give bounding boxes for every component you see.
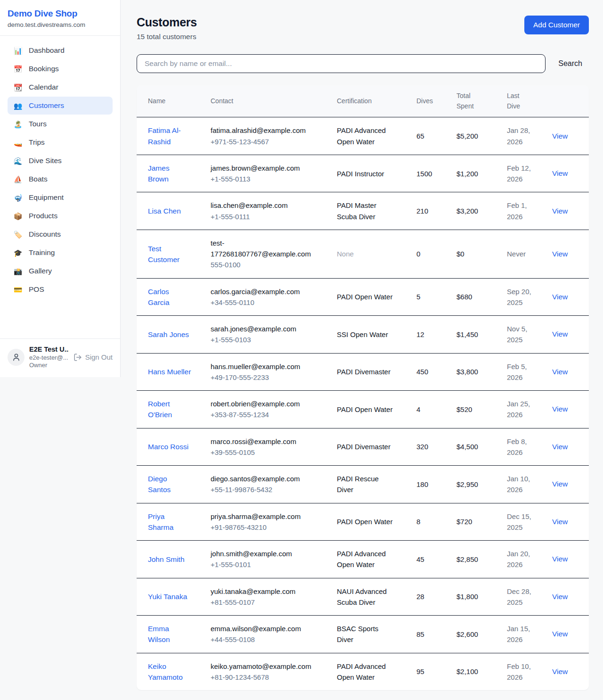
customer-phone: +34-555-0110 (211, 297, 316, 308)
customer-name-link[interactable]: Test Customer (148, 245, 179, 264)
sidebar-item-trips[interactable]: 🚤 Trips (8, 133, 113, 151)
sidebar-item-bookings[interactable]: 📅 Bookings (8, 60, 113, 78)
customer-dives: 210 (411, 192, 451, 230)
sidebar-item-equipment[interactable]: 🤿 Equipment (8, 189, 113, 206)
customer-dives: 85 (411, 616, 451, 653)
customer-contact-cell: robert.obrien@example.com +353-87-555-12… (205, 391, 331, 428)
view-customer-link[interactable]: View (552, 330, 568, 338)
customer-certification: PADI Rescue Diver (331, 466, 411, 503)
customer-dives: 4 (411, 391, 451, 428)
customer-dives: 65 (411, 117, 451, 155)
customer-name-link[interactable]: Robert O'Brien (148, 400, 172, 419)
customer-phone: +81-90-1234-5678 (211, 672, 316, 683)
customer-phone: +353-87-555-1234 (211, 409, 316, 420)
page-title: Customers (137, 16, 197, 29)
view-customer-link[interactable]: View (552, 630, 568, 638)
sidebar-item-dive-sites[interactable]: 🌊 Dive Sites (8, 152, 113, 170)
view-customer-link[interactable]: View (552, 518, 568, 526)
sidebar-item-pos[interactable]: 💳 POS (8, 280, 113, 298)
user-name: E2E Test U... (29, 346, 69, 353)
customer-contact-cell: lisa.chen@example.com +1-555-0111 (205, 192, 331, 230)
customer-name-link[interactable]: Diego Santos (148, 475, 171, 494)
view-customer-link[interactable]: View (552, 405, 568, 413)
table-row: Hans Mueller hans.mueller@example.com +4… (137, 353, 589, 391)
sidebar-item-boats[interactable]: ⛵ Boats (8, 170, 113, 188)
customer-contact-cell: emma.wilson@example.com +44-555-0108 (205, 616, 331, 653)
view-customer-link[interactable]: View (552, 593, 568, 601)
search-input[interactable] (137, 54, 546, 73)
customer-dives: 1500 (411, 155, 451, 192)
boats-icon: ⛵ (13, 176, 23, 183)
view-customer-link[interactable]: View (552, 250, 568, 258)
bookings-icon: 📅 (13, 66, 23, 73)
table-row: Emma Wilson emma.wilson@example.com +44-… (137, 616, 589, 653)
sidebar-item-calendar[interactable]: 📆 Calendar (8, 78, 113, 96)
customer-name-link[interactable]: Lisa Chen (148, 207, 181, 215)
customer-name-link[interactable]: Emma Wilson (148, 625, 170, 643)
table-header: Name Contact Certification Dives Total S… (137, 85, 589, 117)
sidebar-item-dashboard[interactable]: 📊 Dashboard (8, 41, 113, 59)
sidebar-item-training[interactable]: 🎓 Training (8, 244, 113, 262)
sign-out-button[interactable]: Sign Out (73, 353, 113, 362)
view-customer-link[interactable]: View (552, 132, 568, 140)
view-customer-link[interactable]: View (552, 368, 568, 376)
customer-name-link[interactable]: Sarah Jones (148, 330, 189, 338)
customer-phone: +1-555-0103 (211, 334, 316, 345)
customer-total-spent: $680 (451, 278, 501, 316)
view-customer-link[interactable]: View (552, 667, 568, 675)
customer-phone: 555-0100 (211, 259, 316, 270)
main-header: Customers 15 total customers Add Custome… (137, 16, 589, 41)
customer-last-dive: Never (501, 230, 548, 278)
customer-contact-cell: sarah.jones@example.com +1-555-0103 (205, 316, 331, 354)
sidebar-item-products[interactable]: 📦 Products (8, 207, 113, 225)
customer-name-link[interactable]: Hans Mueller (148, 368, 191, 376)
customer-dives: 8 (411, 503, 451, 541)
search-button[interactable]: Search (558, 59, 582, 68)
customer-name-link[interactable]: Marco Rossi (148, 443, 188, 451)
customer-total-spent: $1,200 (451, 155, 501, 192)
customer-name-link[interactable]: Fatima Al-Rashid (148, 126, 181, 145)
table-row: Fatima Al-Rashid fatima.alrashid@example… (137, 117, 589, 155)
person-icon (12, 353, 21, 362)
add-customer-button[interactable]: Add Customer (524, 16, 589, 34)
customer-email: carlos.garcia@example.com (211, 286, 316, 297)
col-name: Name (137, 85, 205, 117)
view-customer-link[interactable]: View (552, 480, 568, 488)
customer-email: sarah.jones@example.com (211, 323, 316, 334)
search-bar: Search (137, 54, 589, 73)
sidebar-item-discounts[interactable]: 🏷️ Discounts (8, 225, 113, 243)
sidebar-item-tours[interactable]: 🏝️ Tours (8, 115, 113, 133)
sidebar-item-customers[interactable]: 👥 Customers (8, 97, 113, 115)
sign-out-icon (73, 353, 82, 362)
tours-icon: 🏝️ (13, 121, 23, 128)
view-customer-link[interactable]: View (552, 207, 568, 215)
customer-contact-cell: carlos.garcia@example.com +34-555-0110 (205, 278, 331, 316)
customers-table-card: Name Contact Certification Dives Total S… (137, 85, 589, 690)
customer-name-link[interactable]: John Smith (148, 555, 185, 563)
dive-sites-icon: 🌊 (13, 157, 23, 165)
view-customer-link[interactable]: View (552, 443, 568, 451)
main-content: Customers 15 total customers Add Custome… (121, 0, 603, 690)
customer-last-dive: Jan 10, 2026 (501, 466, 548, 503)
customer-name-link[interactable]: Priya Sharma (148, 512, 173, 531)
sidebar-item-gallery[interactable]: 📸 Gallery (8, 262, 113, 280)
view-customer-link[interactable]: View (552, 555, 568, 563)
customer-name-link[interactable]: Keiko Yamamoto (148, 662, 183, 681)
customer-email: fatima.alrashid@example.com (211, 125, 316, 136)
customer-total-spent: $2,100 (451, 653, 501, 690)
customer-name-link[interactable]: Carlos Garcia (148, 288, 170, 306)
customer-dives: 28 (411, 578, 451, 616)
customer-name-link[interactable]: James Brown (148, 164, 170, 183)
shop-title: Demo Dive Shop (8, 8, 113, 19)
customer-certification: PADI Advanced Open Water (331, 117, 411, 155)
customer-dives: 12 (411, 316, 451, 354)
customer-certification: SSI Open Water (331, 316, 411, 354)
customer-name-link[interactable]: Yuki Tanaka (148, 593, 187, 601)
table-row: Keiko Yamamoto keiko.yamamoto@example.co… (137, 653, 589, 690)
table-row: Robert O'Brien robert.obrien@example.com… (137, 391, 589, 428)
equipment-icon: 🤿 (13, 194, 23, 201)
view-customer-link[interactable]: View (552, 293, 568, 301)
view-customer-link[interactable]: View (552, 169, 568, 177)
customer-dives: 180 (411, 466, 451, 503)
sidebar: Demo Dive Shop demo.test.divestreams.com… (0, 0, 121, 377)
